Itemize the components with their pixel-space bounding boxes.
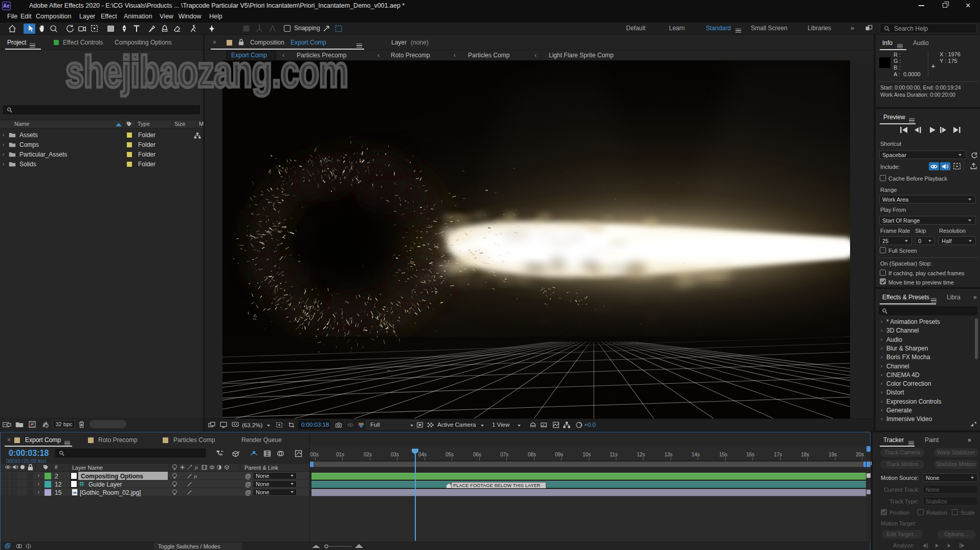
svg-text:shejibaozang.com: shejibaozang.com [65,49,348,96]
svg-text:fx: fx [194,474,197,479]
svg-text:fx: fx [194,465,197,470]
